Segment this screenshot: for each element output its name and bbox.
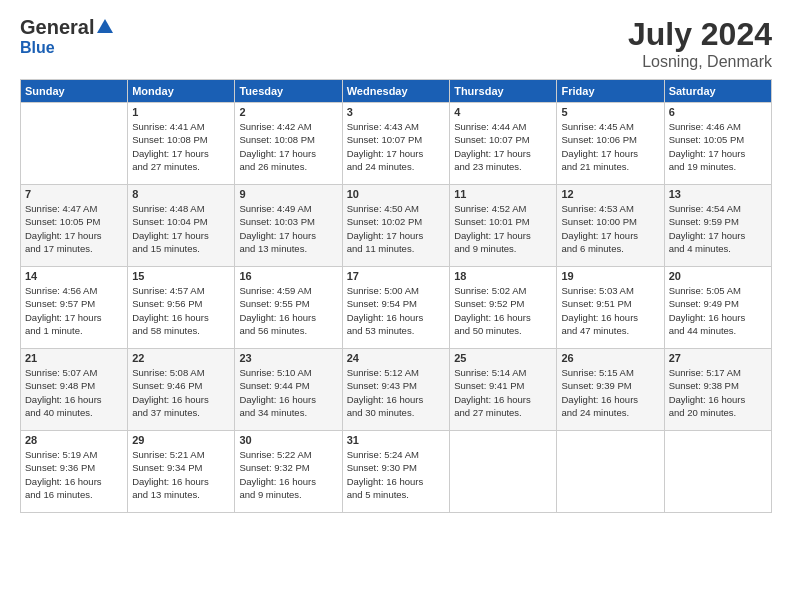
calendar-cell: 18Sunrise: 5:02 AM Sunset: 9:52 PM Dayli… xyxy=(450,267,557,349)
calendar-cell: 9Sunrise: 4:49 AM Sunset: 10:03 PM Dayli… xyxy=(235,185,342,267)
calendar-cell: 22Sunrise: 5:08 AM Sunset: 9:46 PM Dayli… xyxy=(128,349,235,431)
logo-text: General xyxy=(20,16,113,39)
day-info: Sunrise: 4:52 AM Sunset: 10:01 PM Daylig… xyxy=(454,202,552,255)
day-header-sunday: Sunday xyxy=(21,80,128,103)
logo-general: General xyxy=(20,16,94,39)
day-info: Sunrise: 4:41 AM Sunset: 10:08 PM Daylig… xyxy=(132,120,230,173)
calendar-cell xyxy=(664,431,771,513)
day-number: 24 xyxy=(347,352,445,364)
day-number: 7 xyxy=(25,188,123,200)
calendar-cell: 26Sunrise: 5:15 AM Sunset: 9:39 PM Dayli… xyxy=(557,349,664,431)
day-info: Sunrise: 5:21 AM Sunset: 9:34 PM Dayligh… xyxy=(132,448,230,501)
day-info: Sunrise: 5:12 AM Sunset: 9:43 PM Dayligh… xyxy=(347,366,445,419)
calendar-cell: 2Sunrise: 4:42 AM Sunset: 10:08 PM Dayli… xyxy=(235,103,342,185)
day-header-monday: Monday xyxy=(128,80,235,103)
day-number: 15 xyxy=(132,270,230,282)
day-info: Sunrise: 5:05 AM Sunset: 9:49 PM Dayligh… xyxy=(669,284,767,337)
day-info: Sunrise: 4:54 AM Sunset: 9:59 PM Dayligh… xyxy=(669,202,767,255)
calendar-cell: 27Sunrise: 5:17 AM Sunset: 9:38 PM Dayli… xyxy=(664,349,771,431)
calendar-cell: 6Sunrise: 4:46 AM Sunset: 10:05 PM Dayli… xyxy=(664,103,771,185)
calendar-week-2: 7Sunrise: 4:47 AM Sunset: 10:05 PM Dayli… xyxy=(21,185,772,267)
day-info: Sunrise: 4:56 AM Sunset: 9:57 PM Dayligh… xyxy=(25,284,123,337)
day-number: 4 xyxy=(454,106,552,118)
day-info: Sunrise: 4:42 AM Sunset: 10:08 PM Daylig… xyxy=(239,120,337,173)
calendar-cell: 11Sunrise: 4:52 AM Sunset: 10:01 PM Dayl… xyxy=(450,185,557,267)
day-info: Sunrise: 5:07 AM Sunset: 9:48 PM Dayligh… xyxy=(25,366,123,419)
day-info: Sunrise: 5:00 AM Sunset: 9:54 PM Dayligh… xyxy=(347,284,445,337)
calendar-cell: 28Sunrise: 5:19 AM Sunset: 9:36 PM Dayli… xyxy=(21,431,128,513)
day-info: Sunrise: 5:03 AM Sunset: 9:51 PM Dayligh… xyxy=(561,284,659,337)
day-info: Sunrise: 4:48 AM Sunset: 10:04 PM Daylig… xyxy=(132,202,230,255)
calendar-cell: 17Sunrise: 5:00 AM Sunset: 9:54 PM Dayli… xyxy=(342,267,449,349)
calendar-cell: 19Sunrise: 5:03 AM Sunset: 9:51 PM Dayli… xyxy=(557,267,664,349)
day-number: 18 xyxy=(454,270,552,282)
calendar-cell: 13Sunrise: 4:54 AM Sunset: 9:59 PM Dayli… xyxy=(664,185,771,267)
day-info: Sunrise: 5:22 AM Sunset: 9:32 PM Dayligh… xyxy=(239,448,337,501)
calendar-cell: 14Sunrise: 4:56 AM Sunset: 9:57 PM Dayli… xyxy=(21,267,128,349)
day-number: 13 xyxy=(669,188,767,200)
day-info: Sunrise: 4:57 AM Sunset: 9:56 PM Dayligh… xyxy=(132,284,230,337)
day-number: 19 xyxy=(561,270,659,282)
calendar-cell: 8Sunrise: 4:48 AM Sunset: 10:04 PM Dayli… xyxy=(128,185,235,267)
day-number: 3 xyxy=(347,106,445,118)
header: General Blue July 2024 Losning, Denmark xyxy=(20,16,772,71)
day-number: 14 xyxy=(25,270,123,282)
day-info: Sunrise: 5:10 AM Sunset: 9:44 PM Dayligh… xyxy=(239,366,337,419)
day-info: Sunrise: 5:17 AM Sunset: 9:38 PM Dayligh… xyxy=(669,366,767,419)
header-row: SundayMondayTuesdayWednesdayThursdayFrid… xyxy=(21,80,772,103)
calendar-cell: 20Sunrise: 5:05 AM Sunset: 9:49 PM Dayli… xyxy=(664,267,771,349)
calendar-cell: 21Sunrise: 5:07 AM Sunset: 9:48 PM Dayli… xyxy=(21,349,128,431)
calendar-cell xyxy=(557,431,664,513)
calendar-cell: 30Sunrise: 5:22 AM Sunset: 9:32 PM Dayli… xyxy=(235,431,342,513)
day-number: 8 xyxy=(132,188,230,200)
day-number: 25 xyxy=(454,352,552,364)
day-info: Sunrise: 4:44 AM Sunset: 10:07 PM Daylig… xyxy=(454,120,552,173)
title-block: July 2024 Losning, Denmark xyxy=(628,16,772,71)
day-info: Sunrise: 4:46 AM Sunset: 10:05 PM Daylig… xyxy=(669,120,767,173)
day-number: 29 xyxy=(132,434,230,446)
day-number: 27 xyxy=(669,352,767,364)
day-number: 16 xyxy=(239,270,337,282)
calendar-cell: 15Sunrise: 4:57 AM Sunset: 9:56 PM Dayli… xyxy=(128,267,235,349)
page: General Blue July 2024 Losning, Denmark … xyxy=(0,0,792,612)
main-title: July 2024 xyxy=(628,16,772,53)
day-number: 23 xyxy=(239,352,337,364)
day-number: 1 xyxy=(132,106,230,118)
day-number: 22 xyxy=(132,352,230,364)
day-number: 6 xyxy=(669,106,767,118)
day-number: 17 xyxy=(347,270,445,282)
day-header-saturday: Saturday xyxy=(664,80,771,103)
calendar-week-3: 14Sunrise: 4:56 AM Sunset: 9:57 PM Dayli… xyxy=(21,267,772,349)
calendar-cell: 31Sunrise: 5:24 AM Sunset: 9:30 PM Dayli… xyxy=(342,431,449,513)
day-info: Sunrise: 4:50 AM Sunset: 10:02 PM Daylig… xyxy=(347,202,445,255)
day-header-thursday: Thursday xyxy=(450,80,557,103)
calendar-cell xyxy=(450,431,557,513)
calendar-cell: 23Sunrise: 5:10 AM Sunset: 9:44 PM Dayli… xyxy=(235,349,342,431)
calendar-cell: 1Sunrise: 4:41 AM Sunset: 10:08 PM Dayli… xyxy=(128,103,235,185)
day-info: Sunrise: 4:53 AM Sunset: 10:00 PM Daylig… xyxy=(561,202,659,255)
day-info: Sunrise: 4:43 AM Sunset: 10:07 PM Daylig… xyxy=(347,120,445,173)
calendar-cell: 29Sunrise: 5:21 AM Sunset: 9:34 PM Dayli… xyxy=(128,431,235,513)
day-number: 28 xyxy=(25,434,123,446)
calendar-cell xyxy=(21,103,128,185)
calendar-cell: 25Sunrise: 5:14 AM Sunset: 9:41 PM Dayli… xyxy=(450,349,557,431)
calendar-week-1: 1Sunrise: 4:41 AM Sunset: 10:08 PM Dayli… xyxy=(21,103,772,185)
day-info: Sunrise: 4:59 AM Sunset: 9:55 PM Dayligh… xyxy=(239,284,337,337)
calendar-cell: 4Sunrise: 4:44 AM Sunset: 10:07 PM Dayli… xyxy=(450,103,557,185)
calendar-week-5: 28Sunrise: 5:19 AM Sunset: 9:36 PM Dayli… xyxy=(21,431,772,513)
calendar-cell: 16Sunrise: 4:59 AM Sunset: 9:55 PM Dayli… xyxy=(235,267,342,349)
calendar-table: SundayMondayTuesdayWednesdayThursdayFrid… xyxy=(20,79,772,513)
day-header-tuesday: Tuesday xyxy=(235,80,342,103)
day-info: Sunrise: 5:14 AM Sunset: 9:41 PM Dayligh… xyxy=(454,366,552,419)
day-number: 30 xyxy=(239,434,337,446)
logo-blue: Blue xyxy=(20,39,55,57)
calendar-cell: 7Sunrise: 4:47 AM Sunset: 10:05 PM Dayli… xyxy=(21,185,128,267)
calendar-cell: 12Sunrise: 4:53 AM Sunset: 10:00 PM Dayl… xyxy=(557,185,664,267)
day-number: 31 xyxy=(347,434,445,446)
logo-triangle-icon xyxy=(97,19,113,33)
logo: General Blue xyxy=(20,16,113,57)
day-info: Sunrise: 5:15 AM Sunset: 9:39 PM Dayligh… xyxy=(561,366,659,419)
calendar-cell: 5Sunrise: 4:45 AM Sunset: 10:06 PM Dayli… xyxy=(557,103,664,185)
calendar-cell: 10Sunrise: 4:50 AM Sunset: 10:02 PM Dayl… xyxy=(342,185,449,267)
day-info: Sunrise: 5:19 AM Sunset: 9:36 PM Dayligh… xyxy=(25,448,123,501)
